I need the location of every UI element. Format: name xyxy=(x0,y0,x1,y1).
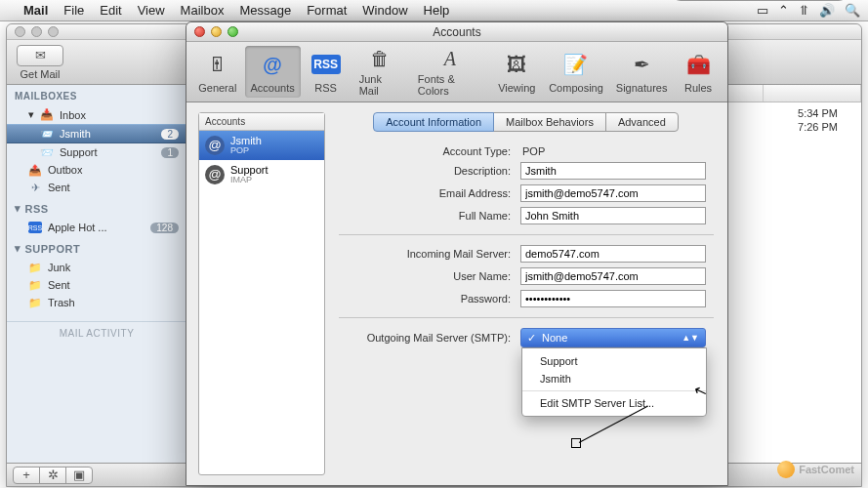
sidebar-item-label: Sent xyxy=(48,279,70,291)
prefs-tab-accounts[interactable]: @Accounts xyxy=(245,46,301,98)
unread-badge: 128 xyxy=(150,223,179,233)
compose-icon: 📝 xyxy=(561,50,591,79)
menu-window[interactable]: Window xyxy=(362,3,407,18)
sidebar-outbox[interactable]: 📤 Outbox xyxy=(7,161,186,179)
bluetooth-icon[interactable]: ⌃ xyxy=(778,3,789,18)
wifi-icon[interactable]: ⥣ xyxy=(799,3,809,18)
rules-icon: 🧰 xyxy=(683,50,713,79)
sidebar-support-sent[interactable]: 📁Sent xyxy=(7,276,186,294)
envelope-icon: ✉ xyxy=(17,45,63,66)
prefs-tab-general[interactable]: 🎚General xyxy=(192,46,243,98)
signature-icon: ✒ xyxy=(627,50,656,79)
accounts-preferences-window: Accounts 🎚General @Accounts RSSRSS 🗑Junk… xyxy=(186,21,728,486)
inbox-icon: 📥 xyxy=(40,109,54,121)
tab-account-information[interactable]: Account Information xyxy=(373,112,494,132)
app-menu[interactable]: Mail xyxy=(23,3,48,18)
account-row-jsmith[interactable]: @ JsmithPOP xyxy=(199,131,324,160)
account-type: POP xyxy=(230,146,262,156)
close-button[interactable] xyxy=(15,26,25,37)
label-description: Description: xyxy=(339,165,520,177)
menu-help[interactable]: Help xyxy=(424,3,450,18)
menu-mailbox[interactable]: Mailbox xyxy=(181,3,225,18)
prefs-tab-signatures[interactable]: ✒Signatures xyxy=(610,46,673,98)
trash-icon: 🗑 xyxy=(365,48,394,70)
action-menu-button[interactable]: ✲ xyxy=(39,467,66,484)
smtp-edit-list[interactable]: Edit SMTP Server List... xyxy=(522,394,706,412)
prefs-tab-composing[interactable]: 📝Composing xyxy=(544,46,609,98)
window-title: Accounts xyxy=(186,25,727,39)
sidebar-inbox-jsmith[interactable]: 📨 Jsmith 2 xyxy=(7,124,186,143)
label-smtp: Outgoing Mail Server (SMTP): xyxy=(339,332,520,344)
sidebar-trash[interactable]: 📁Trash xyxy=(7,294,186,311)
sidebar-item-label: Outbox xyxy=(48,164,82,176)
disclosure-triangle-icon[interactable]: ▾ xyxy=(28,108,34,121)
mailboxes-header: MAILBOXES xyxy=(7,85,186,105)
sidebar-item-label: Inbox xyxy=(60,109,86,121)
label-incoming: Incoming Mail Server: xyxy=(339,248,520,260)
smtp-server-popup[interactable]: ✓ None ▲▼ Support Jsmith Edit SMTP Serve… xyxy=(520,328,706,347)
sidebar-rss-applehot[interactable]: RSS Apple Hot ... 128 xyxy=(7,219,186,236)
minimize-button[interactable] xyxy=(31,26,42,37)
show-activity-button[interactable]: ▣ xyxy=(65,467,93,484)
prefs-tab-viewing[interactable]: 🖼Viewing xyxy=(492,46,542,98)
search-input[interactable]: 🔍 Search xyxy=(672,0,847,1)
sidebar-inbox-support[interactable]: 📨 Support 1 xyxy=(7,143,186,161)
folder-icon: 📁 xyxy=(28,279,42,291)
sidebar-item-label: Sent xyxy=(48,182,70,193)
get-mail-button[interactable]: ✉ Get Mail xyxy=(17,45,63,80)
incoming-server-input[interactable] xyxy=(520,245,706,263)
menu-view[interactable]: View xyxy=(138,3,165,18)
label-fullname: Full Name: xyxy=(339,210,520,222)
account-row-support[interactable]: @ SupportIMAP xyxy=(199,160,324,189)
rss-header: ▾RSS xyxy=(7,196,186,219)
account-form: Account Information Mailbox Behaviors Ad… xyxy=(325,102,727,485)
rss-icon: RSS xyxy=(311,50,341,79)
disclosure-triangle-icon[interactable]: ▾ xyxy=(15,242,21,255)
tab-mailbox-behaviors[interactable]: Mailbox Behaviors xyxy=(493,112,606,132)
prefs-tab-rss[interactable]: RSSRSS xyxy=(303,46,350,98)
prefs-tab-junk[interactable]: 🗑Junk Mail xyxy=(351,46,408,98)
sidebar-item-label: Trash xyxy=(48,297,75,308)
sidebar-inbox[interactable]: ▾ 📥 Inbox xyxy=(7,105,186,124)
tab-advanced[interactable]: Advanced xyxy=(605,112,679,132)
email-input[interactable] xyxy=(520,184,706,202)
label-email: Email Address: xyxy=(339,187,520,199)
password-input[interactable] xyxy=(520,290,706,307)
value-account-type: POP xyxy=(520,145,545,157)
smtp-option-jsmith[interactable]: Jsmith xyxy=(522,370,706,387)
fonts-icon: A xyxy=(435,48,465,70)
sidebar-item-label: Jsmith xyxy=(60,128,91,140)
label-account-type: Account Type: xyxy=(339,145,520,157)
spotlight-icon[interactable]: 🔍 xyxy=(845,3,860,18)
menu-format[interactable]: Format xyxy=(307,3,347,18)
sidebar-junk[interactable]: 📁Junk xyxy=(7,259,186,276)
zoom-button[interactable] xyxy=(48,26,59,37)
prefs-tab-rules[interactable]: 🧰Rules xyxy=(675,46,722,98)
menu-message[interactable]: Message xyxy=(239,3,291,18)
username-input[interactable] xyxy=(520,267,706,285)
menu-edit[interactable]: Edit xyxy=(100,3,121,18)
prefs-tab-fonts[interactable]: AFonts & Colors xyxy=(410,46,490,98)
separator xyxy=(339,317,714,318)
menu-file[interactable]: File xyxy=(63,3,84,18)
at-icon: @ xyxy=(205,136,225,155)
accounts-list-header: Accounts xyxy=(199,113,324,131)
description-input[interactable] xyxy=(520,162,706,180)
menu-bar: Mail File Edit View Mailbox Message Form… xyxy=(0,0,868,21)
fullname-input[interactable] xyxy=(520,207,706,224)
outbox-icon: 📤 xyxy=(28,164,42,176)
battery-icon[interactable]: ▭ xyxy=(757,3,768,18)
prefs-toolbar: 🎚General @Accounts RSSRSS 🗑Junk Mail AFo… xyxy=(186,42,727,102)
support-header: ▾SUPPORT xyxy=(7,236,186,259)
add-mailbox-button[interactable]: + xyxy=(13,467,40,484)
sidebar-sent[interactable]: ✈ Sent xyxy=(7,179,186,196)
col-date[interactable] xyxy=(764,85,861,102)
popup-arrows-icon: ▲▼ xyxy=(682,333,699,343)
disclosure-triangle-icon[interactable]: ▾ xyxy=(15,202,21,215)
accounts-source-list: Accounts @ JsmithPOP @ SupportIMAP xyxy=(198,112,325,475)
smtp-option-support[interactable]: Support xyxy=(522,352,706,370)
sidebar-item-label: Junk xyxy=(48,262,70,273)
rss-icon: RSS xyxy=(28,222,42,233)
volume-icon[interactable]: 🔊 xyxy=(819,3,835,18)
prefs-titlebar[interactable]: Accounts xyxy=(186,22,727,42)
